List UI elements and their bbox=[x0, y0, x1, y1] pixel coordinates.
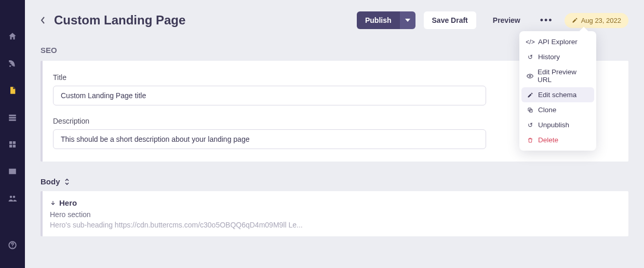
more-dropdown: </> API Explorer ↺ History Edit Preview … bbox=[519, 31, 596, 151]
hero-summary: Hero's sub-heading https://cdn.buttercms… bbox=[50, 221, 618, 229]
date-badge: Aug 23, 2022 bbox=[565, 13, 628, 28]
sidebar-pages-icon[interactable] bbox=[6, 84, 19, 97]
body-section-header[interactable]: Body bbox=[41, 177, 628, 186]
seo-title-input[interactable] bbox=[53, 86, 486, 105]
svg-point-1 bbox=[12, 247, 13, 248]
history-icon: ↺ bbox=[527, 53, 534, 61]
publish-button-group: Publish bbox=[357, 11, 415, 29]
date-text: Aug 23, 2022 bbox=[581, 17, 621, 24]
sidebar-home-icon[interactable] bbox=[6, 30, 19, 43]
more-icon: ••• bbox=[540, 15, 553, 25]
sidebar-blog-icon[interactable] bbox=[6, 57, 19, 70]
page-title: Custom Landing Page bbox=[54, 13, 185, 28]
seo-description-input[interactable] bbox=[53, 129, 486, 149]
dd-edit-preview-url[interactable]: Edit Preview URL bbox=[521, 64, 594, 87]
trash-icon bbox=[527, 137, 534, 143]
publish-button[interactable]: Publish bbox=[357, 11, 400, 29]
topbar: Custom Landing Page Publish Save Draft P… bbox=[41, 11, 628, 29]
pencil-icon bbox=[572, 17, 578, 23]
expand-collapse-icon bbox=[64, 178, 70, 185]
hero-header: Hero bbox=[50, 198, 618, 207]
pencil-icon bbox=[527, 92, 534, 98]
hero-component-card[interactable]: Hero Hero section Hero's sub-heading htt… bbox=[41, 191, 628, 236]
copy-icon bbox=[527, 107, 534, 113]
more-button[interactable]: ••• bbox=[537, 12, 556, 29]
dd-api-explorer[interactable]: </> API Explorer bbox=[521, 34, 594, 49]
dd-delete[interactable]: Delete bbox=[521, 132, 594, 148]
eye-icon bbox=[527, 73, 533, 79]
dd-unpublish[interactable]: ↺ Unpublish bbox=[521, 117, 594, 132]
sidebar-collections-icon[interactable] bbox=[6, 111, 19, 124]
sidebar-help-icon[interactable] bbox=[6, 239, 19, 251]
preview-button[interactable]: Preview bbox=[485, 11, 529, 29]
code-icon: </> bbox=[527, 38, 534, 46]
body-section-label: Body bbox=[41, 177, 60, 186]
dd-clone[interactable]: Clone bbox=[521, 102, 594, 117]
hero-section-label: Hero section bbox=[50, 210, 618, 219]
hero-label: Hero bbox=[59, 198, 77, 207]
back-button[interactable] bbox=[41, 16, 46, 24]
dd-history[interactable]: ↺ History bbox=[521, 49, 594, 64]
main-content: Custom Landing Page Publish Save Draft P… bbox=[25, 0, 644, 268]
sidebar-users-icon[interactable] bbox=[6, 192, 19, 205]
arrow-down-icon bbox=[50, 200, 56, 206]
sidebar-components-icon[interactable] bbox=[6, 138, 19, 151]
dd-edit-schema[interactable]: Edit schema bbox=[521, 87, 594, 102]
svg-point-2 bbox=[529, 75, 531, 76]
sidebar-media-icon[interactable] bbox=[6, 165, 19, 178]
publish-caret-button[interactable] bbox=[400, 11, 415, 29]
save-draft-button[interactable]: Save Draft bbox=[424, 11, 476, 29]
undo-icon: ↺ bbox=[527, 122, 534, 129]
sidebar bbox=[0, 0, 25, 268]
